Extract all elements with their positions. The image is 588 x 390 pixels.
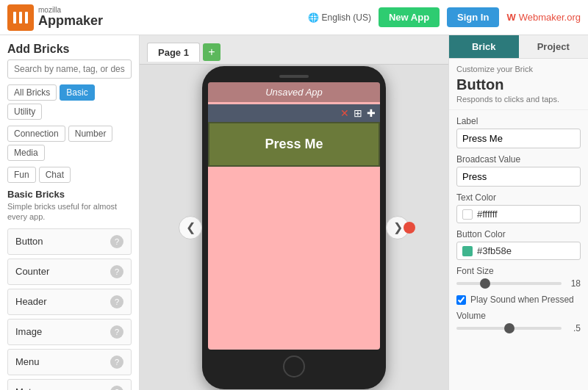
brick-counter-label: Counter [15, 266, 49, 277]
phone-screen: Unsaved App ✕ ⊞ ✚ Press Me [208, 82, 380, 350]
font-size-label: Font Size [456, 266, 581, 276]
brick-header-help[interactable]: ? [110, 295, 123, 308]
brick-counter-help[interactable]: ? [110, 265, 123, 278]
tab-brick[interactable]: Brick [449, 35, 519, 58]
canvas-container: ❮ Unsaved App ✕ ⊞ ✚ Press Me [140, 65, 448, 390]
filter-row: All Bricks Basic Utility [0, 84, 139, 126]
add-icon[interactable]: ✚ [367, 107, 376, 119]
volume-value: .5 [566, 323, 581, 333]
webmaker-label: Webmaker.org [519, 12, 581, 23]
app-title: Unsaved App [208, 82, 380, 102]
right-tabs: Brick Project [449, 35, 588, 59]
brick-image[interactable]: Image ? [7, 319, 132, 345]
phone-speaker [279, 75, 309, 78]
tabs-bar: Page 1 + [140, 35, 448, 65]
font-size-slider-row: 18 [456, 278, 581, 289]
filter-row3: Fun Chat [0, 167, 139, 189]
move-icon[interactable]: ⊞ [354, 107, 362, 119]
broadcast-field-group: Broadcast Value [449, 154, 588, 192]
brick-menu[interactable]: Menu ? [7, 349, 132, 375]
filter-fun[interactable]: Fun [7, 167, 36, 183]
play-sound-row: Play Sound when Pressed [449, 295, 588, 311]
brick-metronome-help[interactable]: ? [110, 386, 123, 390]
text-color-label: Text Color [456, 192, 581, 203]
button-color-swatch [462, 246, 473, 256]
brick-button-label: Button [15, 236, 43, 247]
sign-in-button[interactable]: Sign In [447, 7, 499, 27]
right-panel: Brick Project Customize your Brick Butto… [448, 35, 588, 390]
svg-rect-2 [25, 12, 28, 24]
broadcast-label: Broadcast Value [456, 154, 581, 165]
button-color-field-group: Button Color #3fb58e [449, 229, 588, 266]
brick-counter[interactable]: Counter ? [7, 259, 132, 285]
red-dot-indicator [404, 222, 415, 234]
volume-slider[interactable] [456, 327, 562, 330]
text-color-swatch [462, 209, 473, 220]
webmaker-icon: W [506, 12, 515, 23]
font-size-slider[interactable] [456, 282, 562, 285]
filter-number[interactable]: Number [68, 126, 113, 142]
brick-header-label: Header [15, 296, 47, 307]
logo-appmaker: Appmaker [38, 14, 103, 29]
tab-project[interactable]: Project [519, 35, 589, 58]
filter-connection[interactable]: Connection [7, 126, 65, 142]
add-bricks-title: Add Bricks [0, 35, 139, 59]
button-color-label: Button Color [456, 229, 581, 239]
font-size-field-group: Font Size 18 [449, 266, 588, 295]
lang-selector[interactable]: 🌐 English (US) [308, 12, 371, 23]
brick-metronome[interactable]: Metronome ? [7, 379, 132, 390]
phone-home-button[interactable] [283, 355, 305, 378]
text-color-field-group: Text Color #ffffff [449, 192, 588, 229]
new-app-button[interactable]: New App [379, 7, 440, 27]
center-area: Page 1 + ❮ Unsaved App ✕ ⊞ ✚ Press Me [140, 35, 448, 390]
filter-all[interactable]: All Bricks [7, 84, 57, 101]
brick-button-help[interactable]: ? [110, 235, 123, 248]
logo-text: mozilla Appmaker [38, 6, 103, 29]
press-me-button[interactable]: Press Me [208, 122, 380, 167]
phone-mockup: Unsaved App ✕ ⊞ ✚ Press Me [202, 66, 386, 389]
logo-icon [7, 4, 34, 31]
brick-image-help[interactable]: ? [110, 325, 123, 339]
button-color-value: #3fb58e [477, 245, 512, 256]
play-sound-label: Play Sound when Pressed [470, 295, 574, 305]
broadcast-input[interactable] [456, 167, 581, 187]
topbar: mozilla Appmaker 🌐 English (US) New App … [0, 0, 588, 35]
brick-toolbar: ✕ ⊞ ✚ [208, 104, 380, 122]
brick-type-title: Button [449, 76, 588, 95]
brick-button[interactable]: Button ? [7, 228, 132, 255]
play-sound-checkbox[interactable] [456, 295, 466, 305]
filter-utility[interactable]: Utility [7, 104, 42, 120]
text-color-value: #ffffff [477, 209, 498, 220]
text-color-field[interactable]: #ffffff [456, 205, 581, 223]
basic-bricks-section: Basic Bricks Simple bricks useful for al… [0, 189, 139, 390]
label-field-label: Label [456, 116, 581, 126]
button-color-field[interactable]: #3fb58e [456, 242, 581, 260]
lang-label: English (US) [322, 12, 371, 23]
add-page-button[interactable]: + [203, 43, 220, 61]
svg-rect-1 [19, 12, 22, 24]
brick-header[interactable]: Header ? [7, 289, 132, 315]
prev-arrow[interactable]: ❮ [179, 216, 202, 239]
brick-overlay: ✕ ⊞ ✚ Press Me [208, 104, 380, 167]
volume-label: Volume [456, 311, 581, 321]
filter-basic[interactable]: Basic [60, 84, 94, 101]
volume-field-group: Volume .5 [449, 311, 588, 339]
search-input[interactable] [7, 59, 132, 79]
webmaker-link[interactable]: W Webmaker.org [506, 12, 581, 23]
brick-type-desc: Responds to clicks and taps. [449, 95, 588, 110]
filter-media[interactable]: Media [7, 145, 45, 161]
logo-area: mozilla Appmaker [7, 4, 103, 31]
brick-image-label: Image [15, 326, 42, 337]
brick-menu-help[interactable]: ? [110, 355, 123, 369]
basic-bricks-desc: Simple bricks useful for almost every ap… [7, 201, 132, 223]
globe-icon: 🌐 [308, 12, 319, 23]
filter-chat[interactable]: Chat [39, 167, 71, 183]
close-icon[interactable]: ✕ [340, 107, 349, 119]
filter-row2: Connection Number Media [0, 126, 139, 167]
volume-slider-row: .5 [456, 323, 581, 333]
font-size-value: 18 [566, 278, 581, 289]
page-tab-1[interactable]: Page 1 [147, 43, 200, 62]
basic-bricks-title: Basic Bricks [7, 189, 132, 200]
label-input[interactable] [456, 129, 581, 148]
customize-label: Customize your Brick [449, 59, 588, 76]
